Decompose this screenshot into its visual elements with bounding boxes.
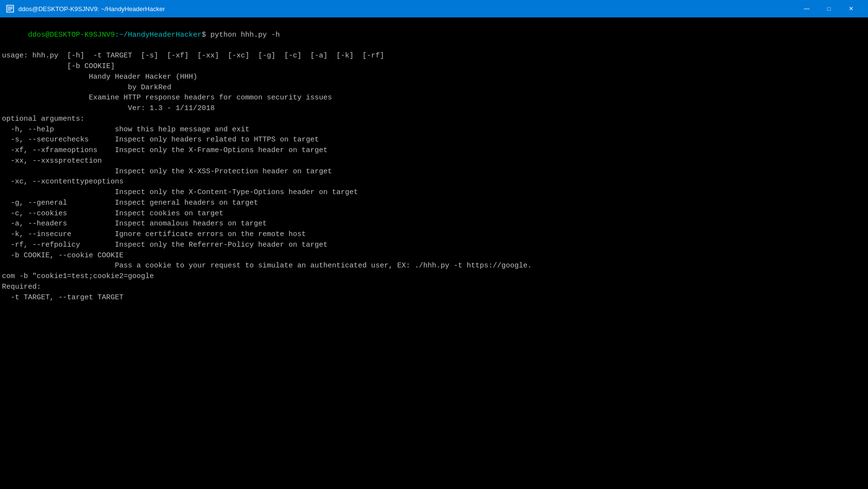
terminal-line: -k, --insecure Ignore certificate errors… xyxy=(2,229,866,240)
output-lines: usage: hhh.py [-h] -t TARGET [-s] [-xf] … xyxy=(2,51,866,303)
window-title: ddos@DESKTOP-K9SJNV9: ~/HandyHeaderHacke… xyxy=(18,5,796,13)
prompt-line: ddos@DESKTOP-K9SJNV9:~/HandyHeaderHacker… xyxy=(2,19,866,51)
svg-rect-2 xyxy=(8,8,13,9)
terminal-line: by DarkRed xyxy=(2,83,866,93)
terminal-line: -c, --cookies Inspect cookies on target xyxy=(2,209,866,219)
terminal-window: ddos@DESKTOP-K9SJNV9: ~/HandyHeaderHacke… xyxy=(0,0,868,489)
terminal-line: -h, --help show this help message and ex… xyxy=(2,125,866,135)
close-button[interactable]: ✕ xyxy=(840,0,862,17)
terminal-line: Inspect only the X-XSS-Protection header… xyxy=(2,167,866,177)
prompt-dir: :~/HandyHeaderHacker xyxy=(115,31,202,39)
svg-rect-3 xyxy=(8,10,11,11)
prompt-dollar: $ xyxy=(202,31,206,39)
window-controls: — □ ✕ xyxy=(796,0,862,17)
terminal-content[interactable]: ddos@DESKTOP-K9SJNV9:~/HandyHeaderHacker… xyxy=(0,17,868,489)
prompt-user: ddos@DESKTOP-K9SJNV9 xyxy=(28,31,115,39)
terminal-line: -s, --securechecks Inspect only headers … xyxy=(2,135,866,145)
terminal-line: com -b "cookie1=test;cookie2=google xyxy=(2,271,866,282)
terminal-line: -rf, --refpolicy Inspect only the Referr… xyxy=(2,240,866,251)
terminal-line: -a, --headers Inspect anomalous headers … xyxy=(2,219,866,229)
terminal-line: -xx, --xxssprotection xyxy=(2,156,866,167)
title-bar: ddos@DESKTOP-K9SJNV9: ~/HandyHeaderHacke… xyxy=(0,0,868,17)
terminal-line: Inspect only the X-Content-Type-Options … xyxy=(2,187,866,198)
terminal-line: [-b COOKIE] xyxy=(2,61,866,72)
svg-rect-1 xyxy=(8,7,13,8)
terminal-line: -xc, --xcontenttypeoptions xyxy=(2,177,866,187)
minimize-button[interactable]: — xyxy=(796,0,818,17)
terminal-line: Ver: 1.3 - 1/11/2018 xyxy=(2,103,866,114)
terminal-line: Handy Header Hacker (HHH) xyxy=(2,72,866,83)
terminal-line: optional arguments: xyxy=(2,114,866,125)
maximize-button[interactable]: □ xyxy=(818,0,840,17)
terminal-line: -b COOKIE, --cookie COOKIE xyxy=(2,251,866,261)
window-icon xyxy=(6,4,14,13)
terminal-line: usage: hhh.py [-h] -t TARGET [-s] [-xf] … xyxy=(2,51,866,61)
prompt-cmd: python hhh.py -h xyxy=(206,31,280,39)
terminal-line: -t TARGET, --target TARGET xyxy=(2,293,866,303)
terminal-line: Pass a cookie to your request to simulat… xyxy=(2,261,866,271)
terminal-line: Examine HTTP response headers for common… xyxy=(2,93,866,103)
terminal-line: -xf, --xframeoptions Inspect only the X-… xyxy=(2,145,866,156)
terminal-line: Required: xyxy=(2,282,866,293)
terminal-line: -g, --general Inspect general headers on… xyxy=(2,198,866,209)
